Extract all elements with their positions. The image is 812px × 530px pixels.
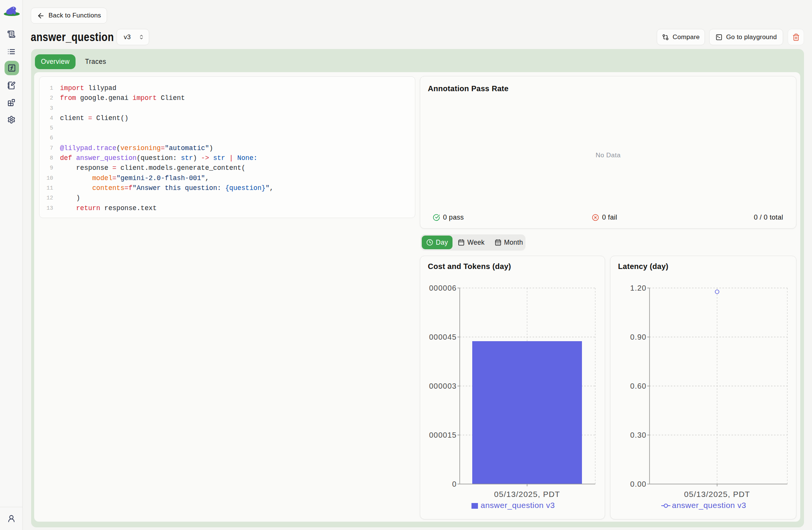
svg-text:000006: 000006 <box>429 284 457 292</box>
svg-text:000003: 000003 <box>429 382 457 390</box>
svg-text:answer_question v3: answer_question v3 <box>672 501 746 510</box>
svg-text:0.60: 0.60 <box>630 382 646 390</box>
svg-text:000045: 000045 <box>429 333 457 341</box>
svg-text:0: 0 <box>452 480 457 488</box>
svg-text:0.00: 0.00 <box>630 480 646 488</box>
svg-text:05/13/2025, PDT: 05/13/2025, PDT <box>684 490 750 498</box>
svg-text:0.30: 0.30 <box>630 431 646 439</box>
svg-text:answer_question v3: answer_question v3 <box>481 501 555 510</box>
svg-text:05/13/2025, PDT: 05/13/2025, PDT <box>494 490 560 498</box>
svg-text:1.20: 1.20 <box>630 284 646 292</box>
svg-text:0.90: 0.90 <box>630 333 646 341</box>
svg-text:000015: 000015 <box>429 431 457 439</box>
